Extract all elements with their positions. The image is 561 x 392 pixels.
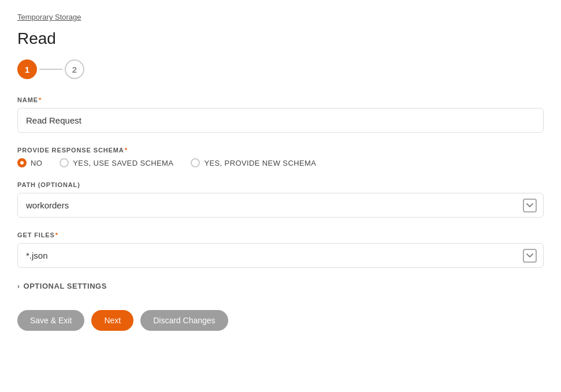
page-title: Read [17, 29, 544, 48]
footer-buttons: Save & Exit Next Discard Changes [17, 304, 544, 331]
step-1: 1 [17, 59, 37, 79]
path-input-icon [523, 199, 537, 212]
optional-settings-toggle[interactable]: › OPTIONAL SETTINGS [17, 282, 544, 290]
get-files-input-wrapper [17, 243, 544, 268]
name-input[interactable] [17, 108, 544, 133]
stepper: 1 2 [17, 59, 544, 79]
radio-new-schema-input[interactable] [191, 158, 200, 167]
breadcrumb-link[interactable]: Temporary Storage [17, 13, 81, 21]
path-field-group: PATH (OPTIONAL) [17, 181, 544, 218]
chevron-right-icon: › [17, 282, 20, 290]
get-files-field-group: GET FILES* [17, 232, 544, 268]
path-input-wrapper [17, 193, 544, 218]
radio-new-schema[interactable]: YES, PROVIDE NEW SCHEMA [191, 158, 316, 167]
response-schema-field-group: PROVIDE RESPONSE SCHEMA* NO YES, USE SAV… [17, 147, 544, 167]
step-2: 2 [65, 59, 84, 79]
radio-use-saved-input[interactable] [60, 158, 69, 167]
radio-no-input[interactable] [17, 158, 27, 167]
radio-use-saved-label: YES, USE SAVED SCHEMA [73, 159, 173, 167]
get-files-input[interactable] [17, 243, 544, 268]
get-files-label: GET FILES* [17, 232, 544, 238]
name-label: NAME* [17, 96, 544, 103]
get-files-input-icon [523, 249, 537, 263]
response-schema-label: PROVIDE RESPONSE SCHEMA* [17, 147, 544, 154]
name-field-group: NAME* [17, 96, 544, 133]
discard-changes-button[interactable]: Discard Changes [140, 310, 228, 331]
path-input[interactable] [17, 193, 544, 218]
step-line [39, 69, 62, 70]
radio-use-saved[interactable]: YES, USE SAVED SCHEMA [60, 158, 173, 167]
next-button[interactable]: Next [91, 310, 133, 331]
optional-settings-label: OPTIONAL SETTINGS [24, 282, 107, 290]
radio-no-label: NO [31, 159, 42, 167]
response-schema-radio-group: NO YES, USE SAVED SCHEMA YES, PROVIDE NE… [17, 158, 544, 167]
path-label: PATH (OPTIONAL) [17, 181, 544, 188]
radio-new-schema-label: YES, PROVIDE NEW SCHEMA [204, 159, 316, 167]
radio-no[interactable]: NO [17, 158, 42, 167]
save-exit-button[interactable]: Save & Exit [17, 310, 84, 331]
